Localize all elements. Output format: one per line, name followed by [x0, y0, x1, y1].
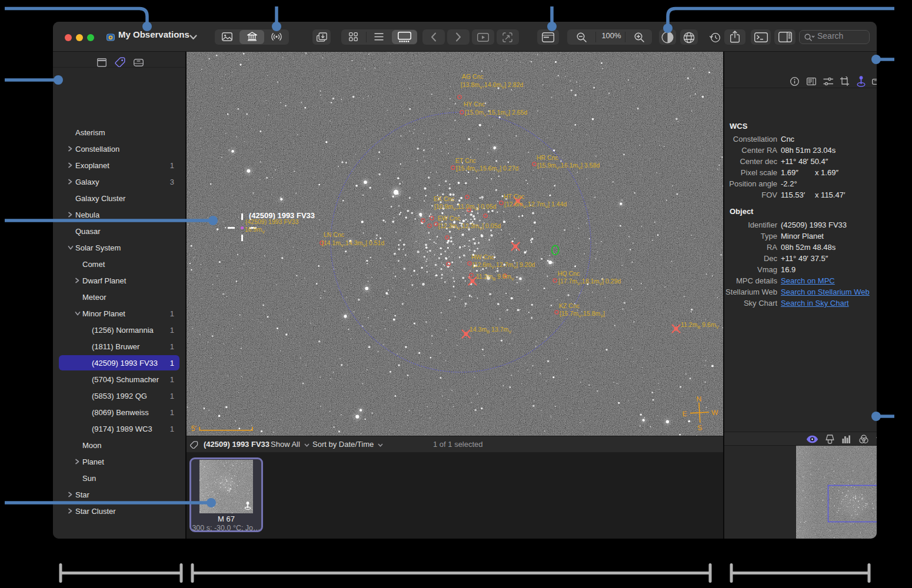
svg-text:W: W [711, 408, 719, 417]
svg-text:HT Cnc: HT Cnc [504, 193, 524, 200]
svg-text:E: E [683, 410, 688, 418]
svg-text:N: N [696, 395, 701, 403]
svg-text:EW Cnc: EW Cnc [438, 215, 461, 222]
svg-text:LN Cnc: LN Cnc [324, 231, 344, 238]
svg-text:HQ Cnc: HQ Cnc [558, 270, 580, 277]
svg-text:EX Cnc: EX Cnc [434, 195, 455, 202]
svg-text:AG Cnc: AG Cnc [462, 73, 484, 80]
svg-text:HY Cnc: HY Cnc [464, 101, 485, 108]
svg-text:KZ Cnc: KZ Cnc [559, 302, 580, 309]
svg-text:HR Cnc: HR Cnc [537, 154, 558, 161]
svg-text:ET Cnc: ET Cnc [455, 157, 476, 164]
svg-text:(42509) 1993 FV33: (42509) 1993 FV33 [245, 218, 299, 225]
svg-text:S: S [697, 423, 703, 432]
svg-text:HW Cnc: HW Cnc [471, 253, 494, 260]
svg-text:5′: 5′ [191, 425, 197, 433]
